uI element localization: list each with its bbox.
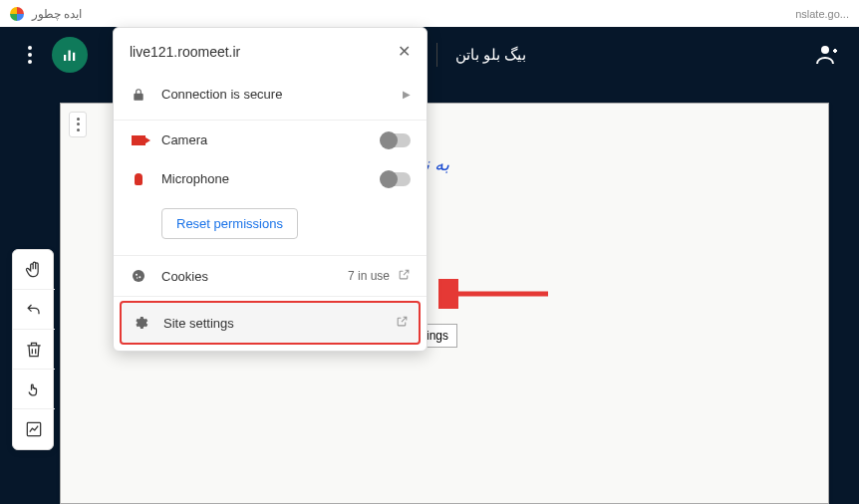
browser-tab-bar: ایده چطور nslate.go...: [0, 0, 859, 27]
cookie-icon: [130, 268, 147, 284]
bars-icon: [61, 46, 79, 64]
site-info-popup: live121.roomeet.ir ✕ Connection is secur…: [113, 27, 428, 352]
chrome-logo-icon: [10, 7, 24, 21]
delete-tool[interactable]: [13, 330, 55, 370]
whiteboard-menu-button[interactable]: [69, 112, 87, 137]
divider: [436, 43, 437, 67]
svg-point-5: [133, 270, 144, 282]
drawing-toolbox: [12, 249, 54, 450]
svg-rect-0: [64, 55, 66, 61]
gear-icon: [132, 315, 149, 331]
microphone-label: Microphone: [161, 171, 229, 186]
close-button[interactable]: ✕: [398, 42, 411, 61]
svg-point-7: [139, 276, 141, 278]
svg-point-8: [137, 277, 138, 278]
options-menu-button[interactable]: [20, 45, 40, 65]
connection-row[interactable]: Connection is secure ▶: [114, 75, 427, 121]
hand-tool[interactable]: [13, 250, 55, 290]
cookies-count: 7 in use: [348, 269, 390, 283]
page-title: بیگ بلو باتن: [455, 46, 526, 64]
microphone-toggle[interactable]: [381, 172, 411, 186]
svg-rect-2: [73, 53, 75, 61]
connection-label: Connection is secure: [161, 87, 282, 102]
url-fragment: nslate.go...: [795, 8, 849, 20]
cookies-row[interactable]: Cookies 7 in use: [114, 256, 427, 297]
pointer-tool[interactable]: [13, 370, 55, 409]
external-link-icon: [396, 315, 409, 331]
user-icon[interactable]: [815, 43, 839, 67]
popup-header: live121.roomeet.ir ✕: [114, 28, 427, 75]
camera-toggle[interactable]: [381, 133, 411, 147]
camera-icon: [130, 135, 147, 145]
site-settings-row[interactable]: Site settings: [120, 301, 421, 345]
camera-label: Camera: [161, 132, 207, 147]
svg-rect-1: [69, 51, 71, 62]
external-link-icon: [398, 268, 411, 284]
tab-title: ایده چطور: [32, 7, 82, 21]
pointer-icon: [24, 379, 44, 399]
trash-icon: [24, 340, 44, 360]
reset-permissions-button[interactable]: Reset permissions: [161, 208, 298, 239]
reset-row: Reset permissions: [114, 198, 427, 256]
hand-icon: [24, 260, 44, 280]
svg-point-6: [136, 274, 138, 276]
cookies-label: Cookies: [161, 269, 208, 284]
undo-icon: [24, 300, 44, 320]
microphone-icon: [130, 173, 147, 185]
chevron-right-icon: ▶: [403, 89, 411, 100]
svg-point-3: [821, 46, 829, 54]
camera-row: Camera: [114, 121, 427, 159]
lock-icon: [130, 88, 147, 102]
chart-icon: [24, 419, 44, 439]
undo-tool[interactable]: [13, 290, 55, 330]
microphone-row: Microphone: [114, 159, 427, 198]
site-settings-label: Site settings: [163, 316, 234, 331]
annotation-arrow: [438, 279, 558, 309]
poll-button[interactable]: [52, 37, 88, 73]
popup-domain: live121.roomeet.ir: [130, 44, 240, 60]
chart-tool[interactable]: [13, 409, 55, 449]
